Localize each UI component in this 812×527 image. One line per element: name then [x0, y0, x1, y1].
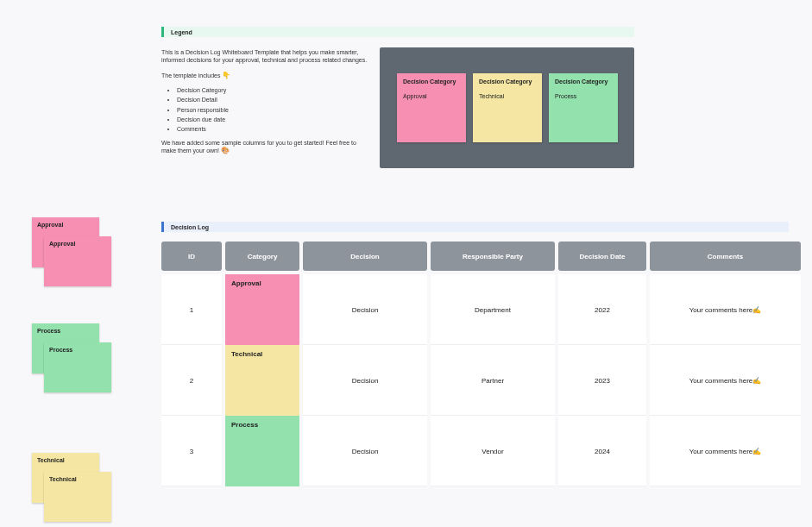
decision-log-table: ID Category Decision Responsible Party D…	[161, 242, 801, 486]
legend-note-subtitle: Approval	[403, 93, 460, 99]
legend-bullet-list: Decision Category Decision Detail Person…	[177, 86, 370, 134]
header-decision: Decision	[303, 242, 427, 271]
table-row[interactable]: 2 Technical Decision Partner 2023 Your c…	[161, 345, 801, 416]
sticky-note[interactable]: Technical	[44, 472, 111, 522]
cell-date[interactable]: 2024	[558, 416, 646, 486]
cell-decision[interactable]: Decision	[303, 345, 427, 416]
cell-decision[interactable]: Decision	[303, 274, 427, 345]
writing-hand-icon: ✍️	[752, 377, 761, 385]
pointing-down-icon: 👇	[222, 72, 230, 79]
header-comments: Comments	[650, 242, 801, 271]
table-header-row: ID Category Decision Responsible Party D…	[161, 242, 801, 271]
legend-body: This is a Decision Log Whiteboard Templa…	[161, 48, 370, 156]
header-responsible: Responsible Party	[431, 242, 555, 271]
cell-id[interactable]: 2	[161, 345, 222, 416]
cell-responsible[interactable]: Department	[431, 274, 555, 345]
sticky-note[interactable]: Approval	[44, 236, 111, 286]
sticky-stack-technical[interactable]: Technical Technical	[32, 453, 108, 511]
legend-title: Legend	[171, 29, 192, 35]
cell-comments[interactable]: Your comments here ✍️	[650, 274, 801, 345]
legend-bullet: Comments	[177, 125, 370, 133]
palette-icon: 🎨	[221, 147, 230, 154]
table-row[interactable]: 1 Approval Decision Department 2022 Your…	[161, 274, 801, 345]
cell-date[interactable]: 2023	[558, 345, 646, 416]
decision-log-section-header: Decision Log	[161, 222, 789, 232]
cell-category[interactable]: Approval	[225, 274, 299, 345]
cell-responsible[interactable]: Vendor	[431, 416, 555, 486]
legend-note-title: Decision Category	[403, 78, 460, 85]
legend-outro: We have added some sample columns for yo…	[161, 139, 370, 156]
legend-note-title: Decision Category	[555, 78, 612, 85]
legend-note-technical[interactable]: Decision Category Technical	[473, 73, 542, 142]
decision-log-title: Decision Log	[171, 224, 209, 230]
legend-includes: The template includes 👇	[161, 72, 370, 81]
category-sticky-technical[interactable]: Technical	[225, 345, 299, 416]
legend-category-panel: Decision Category Approval Decision Cate…	[380, 47, 634, 168]
cell-id[interactable]: 1	[161, 274, 222, 345]
cell-comments[interactable]: Your comments here ✍️	[650, 416, 801, 486]
cell-decision[interactable]: Decision	[303, 416, 427, 486]
category-sticky-process[interactable]: Process	[225, 416, 299, 486]
legend-intro: This is a Decision Log Whiteboard Templa…	[161, 48, 370, 65]
cell-responsible[interactable]: Partner	[431, 345, 555, 416]
legend-note-subtitle: Process	[555, 93, 612, 99]
legend-note-title: Decision Category	[479, 78, 536, 85]
legend-bullet: Decision Category	[177, 86, 370, 94]
writing-hand-icon: ✍️	[752, 306, 761, 314]
header-date: Decision Date	[558, 242, 646, 271]
legend-note-process[interactable]: Decision Category Process	[549, 73, 618, 142]
header-category: Category	[225, 242, 299, 271]
sticky-stack-approval[interactable]: Approval Approval	[32, 217, 108, 276]
legend-bullet: Person responsible	[177, 106, 370, 114]
sticky-note[interactable]: Process	[44, 342, 111, 392]
table-row[interactable]: 3 Process Decision Vendor 2024 Your comm…	[161, 416, 801, 486]
cell-comments[interactable]: Your comments here ✍️	[650, 345, 801, 416]
legend-note-approval[interactable]: Decision Category Approval	[397, 73, 466, 142]
writing-hand-icon: ✍️	[752, 448, 761, 455]
legend-section-header: Legend	[161, 27, 634, 37]
header-id: ID	[161, 242, 222, 271]
cell-date[interactable]: 2022	[558, 274, 646, 345]
sticky-stack-process[interactable]: Process Process	[32, 323, 108, 382]
cell-id[interactable]: 3	[161, 416, 222, 486]
category-sticky-approval[interactable]: Approval	[225, 274, 299, 345]
legend-bullet: Decision Detail	[177, 96, 370, 104]
legend-bullet: Decision due date	[177, 116, 370, 123]
cell-category[interactable]: Technical	[225, 345, 299, 416]
cell-category[interactable]: Process	[225, 416, 299, 486]
legend-note-subtitle: Technical	[479, 93, 536, 99]
